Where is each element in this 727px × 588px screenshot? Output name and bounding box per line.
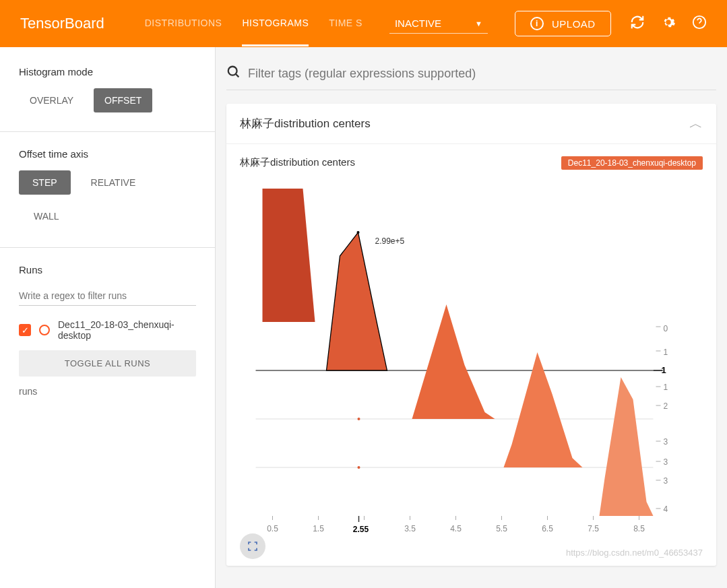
svg-text:7.5: 7.5 xyxy=(588,524,599,533)
help-icon[interactable] xyxy=(692,15,707,32)
info-icon: i xyxy=(530,17,544,30)
svg-text:4.5: 4.5 xyxy=(450,524,462,533)
svg-text:5.5: 5.5 xyxy=(496,524,507,533)
run-badge: Dec11_20-18-03_chenxuqi-desktop xyxy=(561,156,703,170)
runs-title: Runs xyxy=(19,264,196,275)
svg-point-8 xyxy=(358,466,360,469)
histogram-mode-title: Histogram mode xyxy=(19,66,196,77)
chevron-up-icon[interactable]: ︿ xyxy=(689,115,703,133)
dropdown-label: INACTIVE xyxy=(395,18,441,29)
svg-text:0.5: 0.5 xyxy=(267,524,278,533)
svg-point-1 xyxy=(228,67,237,75)
search-row xyxy=(226,58,716,90)
chevron-down-icon: ▼ xyxy=(475,20,482,28)
gear-icon[interactable] xyxy=(661,15,676,32)
svg-text:1.5: 1.5 xyxy=(313,524,324,533)
step-button[interactable]: STEP xyxy=(19,170,71,195)
tabs: DISTRIBUTIONS HISTOGRAMS TIME S xyxy=(145,1,362,46)
tooltip-value: 2.99e+5 xyxy=(375,236,405,246)
offset-button[interactable]: OFFSET xyxy=(94,88,152,112)
svg-text:3.5: 3.5 xyxy=(404,524,416,533)
wall-button[interactable]: WALL xyxy=(19,204,196,228)
svg-text:3: 3 xyxy=(664,437,668,447)
svg-text:1: 1 xyxy=(664,383,668,392)
upload-button[interactable]: i UPLOAD xyxy=(515,11,611,36)
tag-filter-input[interactable] xyxy=(248,67,716,81)
run-radio[interactable] xyxy=(39,325,50,335)
app-header: TensorBoard DISTRIBUTIONS HISTOGRAMS TIM… xyxy=(0,0,727,47)
refresh-icon[interactable] xyxy=(630,15,645,32)
run-checkbox[interactable]: ✓ xyxy=(19,324,31,336)
svg-text:3: 3 xyxy=(664,457,668,467)
toggle-all-runs-button[interactable]: TOGGLE ALL RUNS xyxy=(19,350,196,377)
svg-text:3: 3 xyxy=(664,476,668,486)
logo: TensorBoard xyxy=(20,15,104,32)
upload-label: UPLOAD xyxy=(552,18,596,30)
card-header: 林麻子distribution centers ︿ xyxy=(226,104,716,144)
svg-text:2: 2 xyxy=(664,401,668,411)
svg-point-6 xyxy=(357,231,360,234)
svg-text:8.5: 8.5 xyxy=(633,524,645,533)
chart-title: 林麻子distribution centers xyxy=(240,156,355,169)
watermark: https://blog.csdn.net/m0_46653437 xyxy=(566,548,703,558)
histogram-mode-group: OVERLAY OFFSET xyxy=(19,88,196,112)
header-actions xyxy=(630,15,707,32)
divider xyxy=(0,247,215,248)
divider xyxy=(0,131,215,132)
relative-button[interactable]: RELATIVE xyxy=(80,170,147,195)
tab-histograms[interactable]: HISTOGRAMS xyxy=(242,1,309,46)
svg-text:4: 4 xyxy=(664,504,668,514)
svg-text:1: 1 xyxy=(664,348,668,357)
overlay-button[interactable]: OVERLAY xyxy=(19,88,84,112)
run-name: Dec11_20-18-03_chenxuqi-desktop xyxy=(58,319,196,341)
histogram-chart[interactable]: 2.99e+5 0 1 1 1 2 3 3 3 4 xyxy=(240,175,703,552)
svg-text:6.5: 6.5 xyxy=(542,524,553,533)
fullscreen-button[interactable] xyxy=(240,533,265,559)
card-body: 林麻子distribution centers Dec11_20-18-03_c… xyxy=(226,144,716,566)
run-row: ✓ Dec11_20-18-03_chenxuqi-desktop xyxy=(19,319,196,341)
card-title: 林麻子distribution centers xyxy=(240,116,371,131)
search-icon xyxy=(226,65,241,83)
chart-svg: 2.99e+5 0 1 1 1 2 3 3 3 4 xyxy=(240,175,703,552)
main: Histogram mode OVERLAY OFFSET Offset tim… xyxy=(0,47,727,588)
sidebar: Histogram mode OVERLAY OFFSET Offset tim… xyxy=(0,47,216,588)
inactive-dropdown[interactable]: INACTIVE ▼ xyxy=(389,13,488,34)
chart-header: 林麻子distribution centers Dec11_20-18-03_c… xyxy=(240,156,703,170)
offset-axis-title: Offset time axis xyxy=(19,148,196,160)
svg-text:2.55: 2.55 xyxy=(353,525,369,534)
runs-label: runs xyxy=(19,386,196,397)
svg-text:0: 0 xyxy=(664,324,668,333)
tab-time-series[interactable]: TIME S xyxy=(329,1,362,46)
tab-distributions[interactable]: DISTRIBUTIONS xyxy=(145,1,222,46)
content: 林麻子distribution centers ︿ 林麻子distributio… xyxy=(216,47,727,588)
runs-filter-input[interactable] xyxy=(19,286,196,306)
offset-axis-group: STEP RELATIVE WALL xyxy=(19,170,196,228)
svg-line-2 xyxy=(236,74,239,77)
svg-point-7 xyxy=(358,418,360,420)
histogram-card: 林麻子distribution centers ︿ 林麻子distributio… xyxy=(226,104,716,566)
